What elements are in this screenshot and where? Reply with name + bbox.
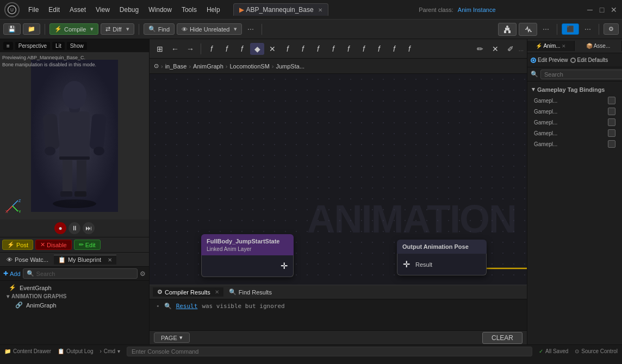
skeleton-button[interactable] [498, 23, 517, 36]
disable-button[interactable]: ✕ Disable [35, 240, 72, 250]
f5-button[interactable]: f [296, 43, 310, 55]
perspective-button[interactable]: Perspective [15, 42, 50, 50]
console-input[interactable] [127, 347, 532, 356]
compiler-tab-close[interactable]: ✕ [215, 289, 219, 295]
right-arrow-button[interactable]: → [183, 43, 197, 55]
close2-button[interactable]: ✕ [488, 43, 502, 55]
f3-button[interactable]: f [235, 43, 249, 55]
home-icon[interactable]: ⊙ [154, 62, 159, 70]
left-arrow-button[interactable]: ← [168, 43, 182, 55]
f1-button[interactable]: f [204, 43, 219, 55]
debug-more-button[interactable]: ⋯ [581, 24, 594, 35]
menu-debug[interactable]: Debug [115, 4, 143, 16]
grid-button[interactable]: ⊞ [153, 43, 167, 55]
gameplay-tag-checkbox-1[interactable] [608, 108, 615, 115]
output-node[interactable]: Output Animation Pose ✛ Result [397, 240, 487, 275]
menu-edit[interactable]: Edit [44, 4, 64, 16]
anim-graph-item[interactable]: 🔗 AnimGraph [11, 300, 145, 310]
debug-button[interactable]: ⬛ [562, 23, 579, 35]
page-button[interactable]: PAGE ▾ [154, 332, 190, 343]
asset-tab[interactable]: 📦 Asse... [575, 41, 622, 51]
menu-file[interactable]: File [24, 4, 43, 16]
toolbar-more-button[interactable]: ⋯ [244, 24, 257, 35]
breadcrumb-0[interactable]: in_Base [165, 63, 187, 70]
blueprint-tab-close[interactable]: ✕ [108, 257, 112, 263]
post-button[interactable]: ⚡ Post [2, 240, 33, 250]
menu-window[interactable]: Window [144, 4, 176, 16]
breadcrumb-3[interactable]: JumpSta... [276, 63, 304, 70]
next-frame-button[interactable]: ⏭ [83, 222, 95, 234]
f6-button[interactable]: f [311, 43, 325, 55]
compile-dropdown[interactable]: ▾ [90, 26, 94, 33]
hide-unrelated-button[interactable]: 👁 Hide Unrelated ▾ [177, 23, 242, 35]
source-control-button[interactable]: ⊙ Source Control [575, 348, 618, 354]
parent-class-value[interactable]: Anim Instance [458, 7, 496, 13]
hide-dropdown[interactable]: ▾ [234, 26, 237, 33]
edit-button[interactable]: ✏ Edit [74, 240, 101, 250]
compile-button[interactable]: ⚡ Compile ▾ [49, 23, 98, 35]
f4-button[interactable]: f [281, 43, 295, 55]
anim-graphs-section[interactable]: ▾ ANIMATION GRAPHS [4, 292, 145, 300]
f11-button[interactable]: f [387, 43, 401, 55]
gameplay-tag-section[interactable]: ▾ Gameplay Tag Bindings [527, 84, 622, 95]
output-log-button[interactable]: 📋 Output Log [58, 348, 93, 354]
f7-button[interactable]: f [326, 43, 340, 55]
show-button[interactable]: Show [67, 42, 87, 50]
right-search-input[interactable] [540, 70, 622, 79]
pause-button[interactable]: ⏸ [69, 222, 80, 234]
breadcrumb-2[interactable]: LocomotionSM [229, 63, 269, 70]
find-button[interactable]: 🔍 Find [144, 23, 175, 35]
edit-defaults-option[interactable]: Edit Defaults [570, 57, 608, 63]
pose-watch-tab[interactable]: 👁 Pose Watc... [2, 255, 53, 264]
lit-button[interactable]: Lit [52, 42, 65, 50]
add-button[interactable]: ✚ Add [3, 270, 21, 277]
anim-tab-close[interactable]: ✕ [562, 43, 566, 49]
anim-button[interactable] [519, 23, 537, 36]
f12-button[interactable]: f [402, 43, 416, 55]
menu-asset[interactable]: Asset [65, 4, 90, 16]
f9-button[interactable]: f [357, 43, 371, 55]
diamond-button[interactable]: ◆ [250, 43, 264, 55]
edit-defaults-radio[interactable] [570, 58, 576, 63]
find-results-tab[interactable]: 🔍 Find Results [225, 287, 276, 297]
anim-more-button[interactable]: ⋯ [539, 24, 552, 35]
blueprint-settings-button[interactable]: ⚙ [140, 270, 146, 278]
maximize-button[interactable]: □ [598, 6, 606, 14]
menu-view[interactable]: View [91, 4, 114, 16]
edit-preview-option[interactable]: Edit Preview [531, 57, 568, 63]
all-saved-indicator[interactable]: ✓ All Saved [539, 348, 568, 354]
gameplay-tag-checkbox-2[interactable] [608, 118, 615, 126]
gameplay-tag-checkbox-0[interactable] [608, 97, 615, 104]
minimize-button[interactable]: ─ [586, 6, 594, 14]
breadcrumb-1[interactable]: AnimGraph [193, 63, 223, 70]
my-blueprint-tab[interactable]: 📋 My Blueprint ✕ [54, 255, 116, 265]
f2-button[interactable]: f [220, 43, 234, 55]
gameplay-tag-checkbox-3[interactable] [608, 129, 615, 137]
ue-logo[interactable]: U [4, 2, 20, 17]
hamburger-button[interactable]: ≡ [3, 42, 13, 50]
diff-dropdown[interactable]: ▾ [126, 26, 129, 33]
content-drawer-button[interactable]: 📁 Content Drawer [4, 348, 51, 354]
menu-tools[interactable]: Tools [177, 4, 201, 16]
settings-button[interactable]: ⚙ [604, 23, 619, 35]
diff-button[interactable]: ⇄ Diff ▾ [101, 23, 134, 35]
edit-preview-radio[interactable] [531, 58, 536, 63]
fullbody-node[interactable]: FullBody_JumpStartState Linked Anim Laye… [201, 234, 294, 277]
menu-help[interactable]: Help [202, 4, 225, 16]
pen-button[interactable]: ✏ [473, 43, 487, 55]
graph-canvas[interactable]: ANIMATION FullBody_JumpStartState Linked… [150, 74, 527, 285]
pen2-button[interactable]: ✐ [503, 43, 518, 55]
main-tab[interactable]: ▶ ABP_Mannequin_Base ✕ [233, 3, 328, 16]
f10-button[interactable]: f [372, 43, 386, 55]
anim-tab[interactable]: ⚡ Anim... ✕ [527, 41, 575, 51]
event-graph-item[interactable]: ⚡ EventGraph [4, 283, 145, 292]
clear-button[interactable]: CLEAR [482, 332, 523, 344]
cmd-button[interactable]: › Cmd ▾ [100, 348, 120, 354]
save-button[interactable]: 💾 [3, 23, 21, 35]
compiler-results-tab[interactable]: ⚙ Compiler Results ✕ [153, 287, 223, 297]
close-button[interactable]: ✕ [610, 6, 618, 14]
tab-close-button[interactable]: ✕ [318, 7, 322, 13]
gameplay-tag-checkbox-4[interactable] [608, 140, 615, 148]
close1-button[interactable]: ✕ [265, 43, 279, 55]
browse-button[interactable]: 📁 [23, 23, 40, 35]
